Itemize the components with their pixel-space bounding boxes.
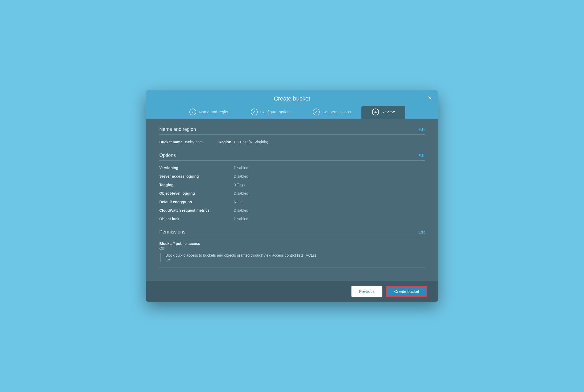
cloudwatch-label: CloudWatch request metrics (159, 207, 234, 213)
permissions-divider (159, 268, 425, 268)
modal-title: Create bucket (274, 95, 310, 102)
object-lock-value: Disabled (234, 216, 425, 222)
step-3-icon: ✓ (313, 109, 320, 115)
step-configure-options[interactable]: ✓ Configure options (240, 106, 302, 119)
modal-footer: Previous Create bucket (146, 281, 438, 302)
block-all-title: Block all public access (159, 241, 425, 246)
bucket-name-value: tynick.com (185, 140, 203, 144)
object-lock-label: Object lock (159, 216, 234, 222)
step-1-label: Name and region (199, 110, 230, 114)
name-region-section: Name and region Edit Bucket name tynick.… (159, 127, 425, 145)
bucket-name-label-text: Bucket name tynick.com (159, 140, 203, 144)
permissions-title: Permissions (159, 229, 185, 235)
name-region-edit[interactable]: Edit (418, 127, 425, 132)
options-header: Options Edit (159, 153, 425, 161)
versioning-label: Versioning (159, 165, 234, 171)
step-set-permissions[interactable]: ✓ Set permissions (302, 106, 361, 119)
region-value: US East (N. Virginia) (234, 140, 268, 144)
block-all-value: Off (159, 246, 425, 251)
versioning-value: Disabled (234, 165, 425, 171)
step-review[interactable]: 4 Review (361, 106, 405, 119)
step-2-icon: ✓ (251, 109, 258, 115)
step-1-icon: ✓ (189, 109, 196, 115)
cloudwatch-value: Disabled (234, 207, 425, 213)
permissions-header: Permissions Edit (159, 229, 425, 237)
tagging-value: 0 Tags (234, 182, 425, 188)
object-level-logging-label: Object-level logging (159, 190, 234, 196)
name-region-header: Name and region Edit (159, 127, 425, 135)
options-section: Options Edit Versioning Disabled Server … (159, 153, 425, 222)
region-label-text: Region US East (N. Virginia) (219, 140, 268, 144)
name-region-title: Name and region (159, 127, 196, 132)
name-region-info: Bucket name tynick.com Region US East (N… (159, 139, 425, 145)
server-access-logging-value: Disabled (234, 173, 425, 179)
step-4-icon: 4 (372, 109, 379, 115)
create-bucket-button[interactable]: Create bucket (386, 286, 427, 297)
step-4-label: Review (382, 110, 395, 114)
options-grid: Versioning Disabled Server access loggin… (159, 165, 425, 222)
sub-item-title: Block public access to buckets and objec… (165, 253, 425, 257)
permissions-content: Block all public access Off Block public… (159, 241, 425, 262)
permissions-edit[interactable]: Edit (418, 230, 425, 234)
steps-row: ✓ Name and region ✓ Configure options ✓ … (154, 106, 430, 119)
permissions-sub-item: Block public access to buckets and objec… (160, 253, 425, 262)
options-title: Options (159, 153, 176, 158)
step-3-label: Set permissions (322, 110, 351, 114)
create-bucket-modal: Create bucket × ✓ Name and region ✓ Conf… (146, 90, 438, 302)
step-name-region[interactable]: ✓ Name and region (179, 106, 240, 119)
step-2-label: Configure options (260, 110, 292, 114)
options-edit[interactable]: Edit (418, 153, 425, 158)
default-encryption-value: None (234, 199, 425, 205)
sub-item-value: Off (165, 258, 425, 262)
object-level-logging-value: Disabled (234, 190, 425, 196)
tagging-label: Tagging (159, 182, 234, 188)
modal-body: Name and region Edit Bucket name tynick.… (146, 119, 438, 281)
close-button[interactable]: × (428, 95, 432, 101)
modal-header: Create bucket × ✓ Name and region ✓ Conf… (146, 90, 438, 119)
default-encryption-label: Default encryption (159, 199, 234, 205)
permissions-section: Permissions Edit Block all public access… (159, 229, 425, 268)
previous-button[interactable]: Previous (351, 286, 382, 297)
server-access-logging-label: Server access logging (159, 173, 234, 179)
